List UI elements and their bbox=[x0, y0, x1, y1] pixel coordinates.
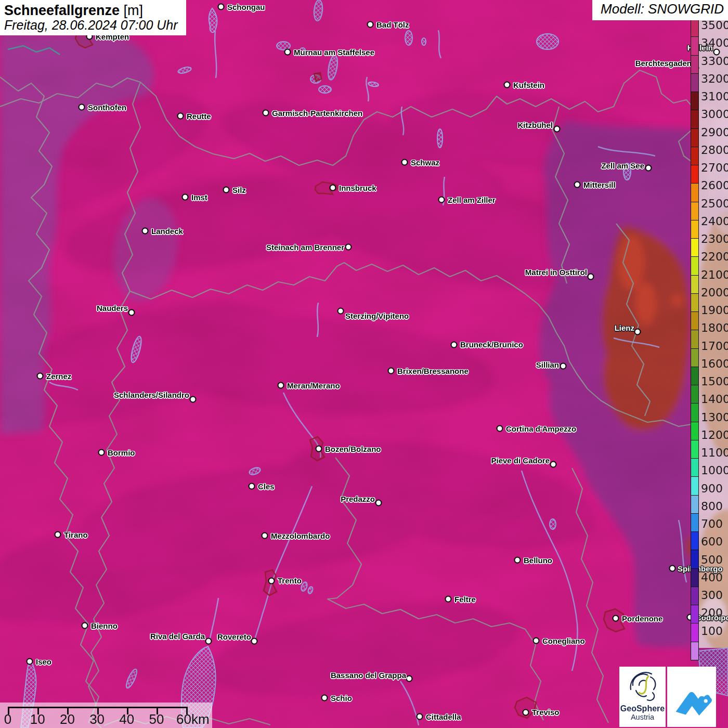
colorbar-tick-label-2700: 2700 bbox=[701, 162, 728, 174]
scalebar-label-60km: 60km bbox=[176, 711, 210, 727]
colorbar-tick-label-2400: 2400 bbox=[701, 215, 728, 228]
geosphere-contour-icon bbox=[627, 670, 659, 702]
colorbar-segment-2300 bbox=[691, 238, 698, 256]
scalebar-label-0: 0 bbox=[4, 711, 11, 727]
colorbar-segment-200 bbox=[691, 623, 698, 641]
colorbar-tick-label-1100: 1100 bbox=[701, 447, 728, 459]
colorbar-tick-label-1700: 1700 bbox=[701, 340, 728, 353]
colorbar-tick-label-3300: 3300 bbox=[701, 55, 728, 68]
colorbar-segment-2600 bbox=[691, 183, 698, 201]
colorbar-tick-label-900: 900 bbox=[701, 483, 723, 495]
colorbar-segment-2100 bbox=[691, 275, 698, 293]
scalebar-label-20: 20 bbox=[60, 711, 75, 727]
avalanche-logo-box bbox=[667, 667, 716, 727]
colorbar-segment-3300 bbox=[691, 55, 698, 73]
page-title: Schneefallgrenze [m] bbox=[4, 3, 178, 18]
colorbar-segment-2000 bbox=[691, 293, 698, 311]
weather-map-page: SchongauBad TölzKemptenMurnau am Staffel… bbox=[0, 0, 728, 728]
avalanche-mountain-icon bbox=[671, 676, 712, 718]
colorbar-tick-label-3500: 3500 bbox=[701, 19, 728, 32]
colorbar-tick-label-1400: 1400 bbox=[701, 393, 728, 406]
colorbar-tick-label-2600: 2600 bbox=[701, 179, 728, 192]
colorbar-segment-1800 bbox=[691, 330, 698, 348]
geosphere-logo-box: GeoSphere Austria bbox=[619, 667, 666, 727]
colorbar-tick-label-500: 500 bbox=[701, 554, 723, 566]
scalebar-label-10: 10 bbox=[30, 711, 45, 727]
colorbar-segment-1100 bbox=[691, 458, 698, 476]
colorbar-tick-label-600: 600 bbox=[701, 536, 723, 548]
colorbar-tick-label-1500: 1500 bbox=[701, 375, 728, 388]
scalebar-label-30: 30 bbox=[89, 711, 105, 727]
colorbar-segment-3100 bbox=[691, 92, 698, 110]
colorbar-tick-label-1200: 1200 bbox=[701, 429, 728, 441]
scalebar-label-40: 40 bbox=[119, 711, 134, 727]
colorbar-tick-label-3400: 3400 bbox=[701, 37, 728, 49]
model-label: Modell: SNOWGRID bbox=[592, 0, 728, 20]
map-scalebar: 0102030405060km bbox=[0, 703, 212, 728]
colorbar-segment-700 bbox=[691, 531, 698, 550]
colorbar-segment-1500 bbox=[691, 385, 698, 403]
colorbar-segment-2500 bbox=[691, 202, 698, 220]
colorbar-segment-3000 bbox=[691, 110, 698, 128]
colorbar-segment-500 bbox=[691, 568, 698, 587]
geosphere-logo-subtext: Austria bbox=[619, 713, 666, 721]
colorbar-tick-label-2800: 2800 bbox=[701, 144, 728, 157]
colorbar-segment-2700 bbox=[691, 165, 698, 183]
colorbar-segment-1700 bbox=[691, 348, 698, 367]
colorbar-tick-label-700: 700 bbox=[701, 518, 723, 530]
colorbar-segment-1400 bbox=[691, 403, 698, 421]
colorbar-segment-1200 bbox=[691, 440, 698, 458]
colorbar-segment-3200 bbox=[691, 73, 698, 92]
colorbar-segment-600 bbox=[691, 550, 698, 568]
colorbar-tick-label-3000: 3000 bbox=[701, 108, 728, 121]
title-unit: [m] bbox=[120, 3, 143, 18]
colorbar-tick-label-2900: 2900 bbox=[701, 126, 728, 139]
colorbar-segment-300 bbox=[691, 605, 698, 623]
colorbar-segment-2200 bbox=[691, 256, 698, 275]
colorbar-tick-label-1000: 1000 bbox=[701, 464, 728, 477]
colorbar-segment-1900 bbox=[691, 311, 698, 330]
geosphere-logo-text: GeoSphere bbox=[619, 704, 666, 713]
colorbar-tick-label-800: 800 bbox=[701, 500, 723, 513]
colorbar-tick-label-2100: 2100 bbox=[701, 269, 728, 281]
colorbar-segment-800 bbox=[691, 513, 698, 531]
colorbar-tick-label-200: 200 bbox=[701, 607, 723, 619]
scalebar-label-50: 50 bbox=[149, 711, 164, 727]
colorbar-segment-1300 bbox=[691, 422, 698, 440]
noise-texture bbox=[0, 0, 728, 728]
colorbar-tick-label-2300: 2300 bbox=[701, 233, 728, 245]
datetime-label: Freitag, 28.06.2024 07:00 Uhr bbox=[4, 18, 178, 32]
colorbar-tick-label-2500: 2500 bbox=[701, 198, 728, 210]
colorbar-segment-2900 bbox=[691, 128, 698, 147]
colorbar-segment-2800 bbox=[691, 147, 698, 165]
colorbar-tick-label-2200: 2200 bbox=[701, 251, 728, 263]
title-box: Schneefallgrenze [m] Freitag, 28.06.2024… bbox=[0, 0, 186, 35]
colorbar-segment-1600 bbox=[691, 367, 698, 385]
colorbar-segment-2400 bbox=[691, 220, 698, 238]
colorbar-tick-label-3100: 3100 bbox=[701, 90, 728, 103]
colorbar-tick-label-100: 100 bbox=[701, 625, 723, 638]
colorbar-tick-label-400: 400 bbox=[701, 571, 723, 584]
colorbar-tick-label-1800: 1800 bbox=[701, 322, 728, 334]
colorbar-tick-label-300: 300 bbox=[701, 589, 723, 602]
colorbar-tick-label-1300: 1300 bbox=[701, 411, 728, 424]
colorbar-segment-1000 bbox=[691, 476, 698, 495]
map-background bbox=[0, 0, 728, 728]
colorbar-segment-3500 bbox=[691, 19, 698, 36]
title-text: Schneefallgrenze bbox=[4, 3, 120, 18]
colorbar-tick-label-3200: 3200 bbox=[701, 73, 728, 85]
colorbar-tick-label-1600: 1600 bbox=[701, 358, 728, 370]
colorbar-segment-100 bbox=[691, 642, 698, 660]
colorbar bbox=[691, 18, 699, 660]
colorbar-tick-label-1900: 1900 bbox=[701, 304, 728, 317]
colorbar-segment-400 bbox=[691, 587, 698, 605]
colorbar-segment-900 bbox=[691, 495, 698, 513]
colorbar-segment-3400 bbox=[691, 36, 698, 55]
colorbar-tick-label-2000: 2000 bbox=[701, 287, 728, 299]
